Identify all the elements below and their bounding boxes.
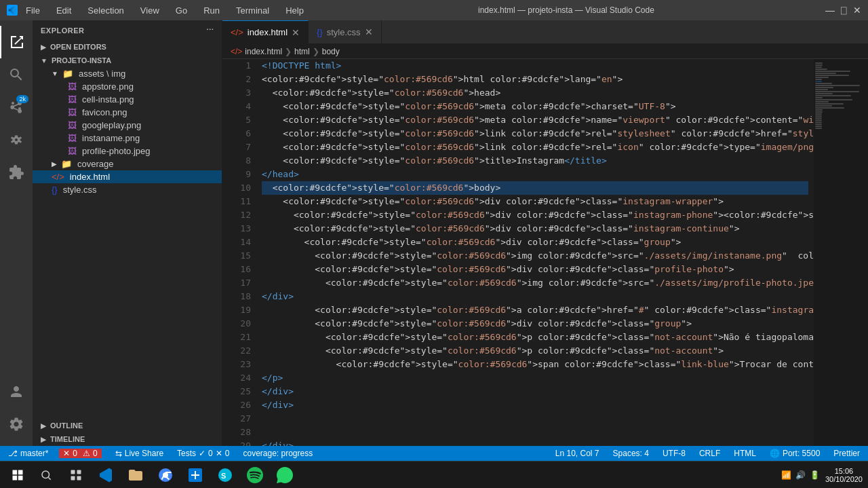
minimap-line-27: [815, 115, 822, 117]
code-line-28: [262, 426, 808, 439]
explorer-icon[interactable]: [0, 26, 33, 58]
git-branch[interactable]: ⎇ master*: [5, 449, 51, 458]
open-editors-section[interactable]: ▶ OPEN EDITORS: [33, 40, 222, 54]
minimap-line-14: [815, 89, 828, 90]
tab-css-close-button[interactable]: ✕: [365, 27, 373, 37]
code-line-2: <color:#9cdcfe">style="color:#569cd6">ht…: [262, 73, 808, 86]
run-debug-icon[interactable]: [0, 124, 33, 156]
indentation[interactable]: Spaces: 4: [610, 449, 652, 458]
main-container: 2k EXPLORER ⋯ ▶ OPEN EDITORS: [0, 20, 868, 446]
minimap-line-1: [815, 62, 823, 64]
instaname-file[interactable]: 🖼 instaname.png: [33, 132, 222, 145]
window-controls[interactable]: — ⎕ ✕: [826, 6, 861, 14]
test-x-icon: ✕: [216, 449, 222, 458]
breadcrumb-tag2[interactable]: body: [322, 47, 340, 56]
error-count[interactable]: ✕ 0 ⚠ 0: [59, 449, 101, 458]
search-icon[interactable]: [0, 58, 33, 91]
jpeg-icon: 🖼: [68, 146, 77, 156]
png-icon2: 🖼: [68, 94, 77, 105]
project-section[interactable]: ▼ PROJETO-INSTA: [33, 54, 222, 67]
assets-folder[interactable]: ▼ 📁 assets \ img: [33, 67, 222, 80]
menu-edit[interactable]: Edit: [54, 4, 74, 17]
line-numbers: 1234567891011121314151617181920212223242…: [222, 59, 256, 446]
code-line-8: <color:#9cdcfe">style="color:#569cd6">ti…: [262, 154, 808, 168]
sidebar-more-icon[interactable]: ⋯: [206, 26, 214, 35]
formatter[interactable]: Prettier: [831, 449, 863, 458]
close-button[interactable]: ✕: [853, 6, 861, 14]
menu-view[interactable]: View: [138, 4, 162, 17]
minimap-line-29: [815, 119, 822, 121]
cursor-position[interactable]: Ln 10, Col 7: [553, 449, 602, 458]
minimap-line-10: [815, 81, 822, 82]
taskbar-explorer[interactable]: [122, 462, 149, 489]
tab-close-button[interactable]: ✕: [292, 28, 300, 37]
taskbar-vscode[interactable]: [92, 462, 119, 489]
style-css-file[interactable]: {} style.css: [33, 183, 222, 196]
breadcrumb-tag1[interactable]: html: [294, 47, 310, 56]
tests-status[interactable]: Tests ✓ 0 ✕ 0: [174, 449, 232, 458]
minimize-button[interactable]: —: [826, 6, 834, 14]
source-control-icon[interactable]: 2k: [0, 91, 33, 124]
tab-style-css[interactable]: {} style.css ✕: [309, 20, 382, 43]
task-view[interactable]: [62, 462, 90, 489]
clock[interactable]: 15:06 30/10/2020: [825, 467, 863, 483]
minimap-content: [814, 59, 868, 132]
code-editor[interactable]: <!DOCTYPE html><color:#9cdcfe">style="co…: [256, 59, 814, 446]
title-bar: File Edit Selection View Go Run Terminal…: [0, 0, 868, 20]
menu-help[interactable]: Help: [283, 4, 307, 17]
sidebar: EXPLORER ⋯ ▶ OPEN EDITORS ▼ PROJETO-INST…: [33, 20, 222, 446]
code-line-20: <color:#9cdcfe">style="color:#569cd6">di…: [262, 317, 808, 331]
tab-index-html[interactable]: </> index.html ✕: [222, 20, 309, 43]
taskbar-app7[interactable]: [271, 462, 298, 489]
port-status[interactable]: 🌐 Port: 5500: [767, 449, 823, 458]
coverage-status[interactable]: coverage: progress: [240, 449, 315, 458]
cell-insta-file[interactable]: 🖼 cell-insta.png: [33, 93, 222, 106]
code-line-22: <color:#9cdcfe">style="color:#569cd6">p …: [262, 344, 808, 358]
coverage-folder[interactable]: ▶ 📁 coverage: [33, 157, 222, 170]
svg-rect-3: [71, 476, 75, 480]
menu-bar[interactable]: File Edit Selection View Go Run Terminal…: [23, 4, 307, 17]
code-line-14: <color:#9cdcfe">style="color:#569cd6">di…: [262, 236, 808, 249]
line-ending[interactable]: CRLF: [696, 449, 723, 458]
taskbar-chrome[interactable]: [152, 462, 179, 489]
menu-selection[interactable]: Selection: [85, 4, 126, 17]
googleplay-file[interactable]: 🖼 googleplay.png: [33, 119, 222, 132]
code-line-21: <color:#9cdcfe">style="color:#569cd6">p …: [262, 331, 808, 344]
favicon-file[interactable]: 🖼 favicon.png: [33, 106, 222, 119]
taskbar-app4[interactable]: [182, 462, 209, 489]
menu-go[interactable]: Go: [173, 4, 190, 17]
appstore-file[interactable]: 🖼 appstore.png: [33, 80, 222, 93]
search-taskbar[interactable]: [33, 462, 60, 489]
profile-photo-file[interactable]: 🖼 profile-photo.jpeg: [33, 145, 222, 157]
code-line-6: <color:#9cdcfe">style="color:#569cd6">li…: [262, 127, 808, 140]
status-bar: ⎇ master* ✕ 0 ⚠ 0 ⇆ Live Share Tests ✓ 0…: [0, 446, 868, 461]
menu-run[interactable]: Run: [201, 4, 222, 17]
timeline-section[interactable]: ▶ TIMELINE: [33, 432, 222, 446]
live-share[interactable]: ⇆ Live Share: [113, 449, 166, 458]
breadcrumb-file[interactable]: index.html: [245, 47, 282, 56]
taskbar: S 📶 🔊 🔋 15:06 30/10/2020: [0, 461, 868, 488]
outline-chevron: ▶: [41, 422, 46, 430]
minimap-line-21: [815, 103, 844, 105]
code-line-27: [262, 412, 808, 426]
start-button[interactable]: [5, 463, 30, 487]
settings-icon[interactable]: [0, 408, 33, 440]
outline-section[interactable]: ▶ OUTLINE: [33, 419, 222, 432]
code-line-18: </div>: [262, 290, 808, 303]
minimap-line-16: [815, 93, 833, 94]
code-line-15: <color:#9cdcfe">style="color:#569cd6">im…: [262, 249, 808, 263]
index-html-file[interactable]: </> index.html: [33, 170, 222, 183]
svg-rect-4: [77, 476, 81, 480]
encoding[interactable]: UTF-8: [660, 449, 688, 458]
language-mode[interactable]: HTML: [731, 449, 759, 458]
accounts-icon[interactable]: [0, 375, 33, 408]
taskbar-app6[interactable]: [241, 462, 269, 489]
title-bar-left: File Edit Selection View Go Run Terminal…: [7, 4, 307, 17]
menu-file[interactable]: File: [23, 4, 43, 17]
code-line-11: <color:#9cdcfe">style="color:#569cd6">di…: [262, 195, 808, 208]
extensions-icon[interactable]: [0, 156, 33, 189]
maximize-button[interactable]: ⎕: [840, 6, 848, 14]
taskbar-app5[interactable]: S: [212, 462, 239, 489]
wifi-icon: 📶: [781, 470, 791, 480]
menu-terminal[interactable]: Terminal: [233, 4, 272, 17]
